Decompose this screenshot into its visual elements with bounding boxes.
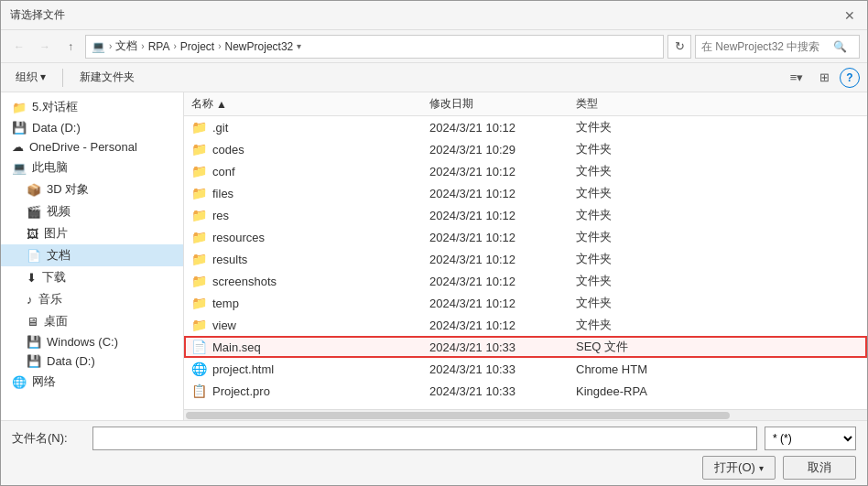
file-name-text: res: [212, 209, 229, 222]
table-row[interactable]: 📁 resources 2024/3/21 10:12 文件夹: [184, 226, 867, 248]
breadcrumb-newproject: NewProject32: [225, 40, 294, 53]
file-icon: 📋: [191, 383, 207, 398]
cancel-button[interactable]: 取消: [783, 456, 856, 480]
file-name-text: files: [212, 187, 233, 200]
search-input[interactable]: [701, 40, 830, 53]
sidebar-item-desktop[interactable]: 🖥桌面: [1, 310, 183, 332]
hscroll-bar[interactable]: [184, 409, 867, 420]
table-row[interactable]: 📁 view 2024/3/21 10:12 文件夹: [184, 314, 867, 336]
table-row[interactable]: 📁 conf 2024/3/21 10:12 文件夹: [184, 160, 867, 182]
file-type: 文件夹: [569, 228, 867, 246]
back-button[interactable]: ←: [8, 36, 30, 58]
file-name: 📁 temp: [184, 295, 422, 311]
breadcrumb-icon: 💻: [92, 40, 105, 53]
sidebar-item-downloads[interactable]: ⬇下载: [1, 266, 183, 288]
table-row[interactable]: 📁 temp 2024/3/21 10:12 文件夹: [184, 292, 867, 314]
sidebar-item-label: 网络: [32, 373, 56, 390]
col-date-header[interactable]: 修改日期: [422, 94, 569, 113]
table-row[interactable]: 📁 codes 2024/3/21 10:29 文件夹: [184, 138, 867, 160]
sidebar-item-label: 下载: [42, 269, 66, 286]
sidebar-item-label: 图片: [44, 225, 68, 242]
sidebar-item-label: 3D 对象: [47, 181, 89, 198]
up-button[interactable]: ↑: [60, 36, 81, 58]
file-date: 2024/3/21 10:33: [422, 340, 569, 355]
sidebar-item-label: Data (D:): [32, 121, 81, 135]
sidebar-icon: 💻: [12, 161, 27, 175]
file-name-text: view: [212, 319, 236, 332]
help-button[interactable]: ?: [840, 68, 860, 88]
hscroll-thumb[interactable]: [186, 412, 730, 419]
sidebar-icon: 💾: [27, 354, 41, 368]
toolbar-separator: [62, 69, 63, 87]
file-type: SEQ 文件: [569, 338, 867, 356]
table-row[interactable]: 📁 screenshots 2024/3/21 10:12 文件夹: [184, 270, 867, 292]
sidebar-item-network[interactable]: 🌐网络: [1, 371, 183, 393]
table-row[interactable]: 🌐 project.html 2024/3/21 10:33 Chrome HT…: [184, 358, 867, 380]
file-icon: 📁: [191, 142, 207, 157]
file-name: 📁 view: [184, 317, 422, 333]
breadcrumb-text: 文档: [115, 38, 137, 54]
new-folder-button[interactable]: 新建文件夹: [72, 66, 142, 90]
sidebar-item-docs[interactable]: 📄文档: [1, 244, 183, 266]
file-name: 📁 conf: [184, 163, 422, 179]
table-row[interactable]: 📋 Project.pro 2024/3/21 10:33 Kingdee-RP…: [184, 380, 867, 402]
view-list-button[interactable]: ≡▾: [785, 66, 808, 90]
view-grid-button[interactable]: ⊞: [812, 66, 836, 90]
sidebar-item-folder-5[interactable]: 📁5.对话框: [1, 96, 183, 118]
sidebar-item-music[interactable]: ♪音乐: [1, 288, 183, 310]
sidebar-item-label: Data (D:): [47, 354, 95, 368]
file-name-text: conf: [212, 165, 235, 178]
sidebar-item-drive-d2[interactable]: 💾Data (D:): [1, 351, 183, 371]
refresh-button[interactable]: ↻: [667, 35, 691, 59]
bottom-area: 文件名(N): * (*) 打开(O) ▾ 取消: [1, 420, 867, 485]
file-date: 2024/3/21 10:12: [422, 318, 569, 333]
sidebar-item-this-pc[interactable]: 💻此电脑: [1, 157, 183, 178]
file-type: 文件夹: [569, 206, 867, 224]
sidebar-icon: ♪: [27, 293, 33, 307]
forward-button[interactable]: →: [34, 36, 56, 58]
file-date: 2024/3/21 10:33: [422, 362, 569, 377]
file-type: 文件夹: [569, 272, 867, 290]
file-icon: 📁: [191, 208, 207, 222]
sidebar-item-label: 此电脑: [32, 159, 68, 176]
organize-button[interactable]: 组织 ▾: [8, 66, 53, 90]
table-row[interactable]: 📄 Main.seq 2024/3/21 10:33 SEQ 文件: [184, 336, 867, 358]
file-date: 2024/3/21 10:12: [422, 120, 569, 135]
close-button[interactable]: ✕: [841, 7, 858, 24]
file-name: 📁 results: [184, 251, 422, 267]
file-list: 📁 .git 2024/3/21 10:12 文件夹 📁 codes 2024/…: [184, 116, 867, 409]
table-row[interactable]: 📁 res 2024/3/21 10:12 文件夹: [184, 204, 867, 226]
file-type: 文件夹: [569, 316, 867, 334]
sidebar-item-label: 文档: [47, 247, 71, 264]
left-panel: 📁5.对话框💾Data (D:)☁OneDrive - Personal💻此电脑…: [1, 92, 184, 420]
filename-input[interactable]: [92, 427, 757, 450]
sidebar-item-drive-d[interactable]: 💾Data (D:): [1, 118, 183, 137]
file-name: 📁 codes: [184, 141, 422, 157]
file-icon: 📁: [191, 186, 207, 200]
file-date: 2024/3/21 10:29: [422, 142, 569, 157]
table-row[interactable]: 📁 results 2024/3/21 10:12 文件夹: [184, 248, 867, 270]
sidebar-item-3d[interactable]: 📦3D 对象: [1, 178, 183, 200]
table-row[interactable]: 📁 .git 2024/3/21 10:12 文件夹: [184, 116, 867, 138]
sidebar-item-pictures[interactable]: 🖼图片: [1, 222, 183, 244]
file-type: Chrome HTM: [569, 362, 867, 377]
file-name: 📁 .git: [184, 119, 422, 135]
sidebar-icon: 💾: [27, 335, 41, 349]
filter-select[interactable]: * (*): [765, 427, 856, 450]
sidebar-item-video[interactable]: 🎬视频: [1, 200, 183, 222]
open-chevron-icon: ▾: [759, 463, 764, 473]
file-name-text: results: [212, 253, 247, 266]
sidebar-icon: 🌐: [12, 375, 27, 389]
col-type-header[interactable]: 类型: [569, 94, 867, 113]
sidebar-item-label: 5.对话框: [32, 99, 78, 115]
sidebar-icon: 💾: [12, 121, 27, 135]
table-row[interactable]: 📁 files 2024/3/21 10:12 文件夹: [184, 182, 867, 204]
sidebar-item-drive-c[interactable]: 💾Windows (C:): [1, 332, 183, 351]
file-type: 文件夹: [569, 162, 867, 180]
col-name-header[interactable]: 名称 ▲: [184, 94, 422, 113]
file-type: 文件夹: [569, 184, 867, 202]
open-button[interactable]: 打开(O) ▾: [702, 456, 776, 480]
file-name-text: Project.pro: [212, 384, 270, 398]
breadcrumb[interactable]: 💻 › 文档 › RPA › Project › NewProject32 ▾: [85, 35, 664, 59]
sidebar-item-onedrive[interactable]: ☁OneDrive - Personal: [1, 137, 183, 157]
